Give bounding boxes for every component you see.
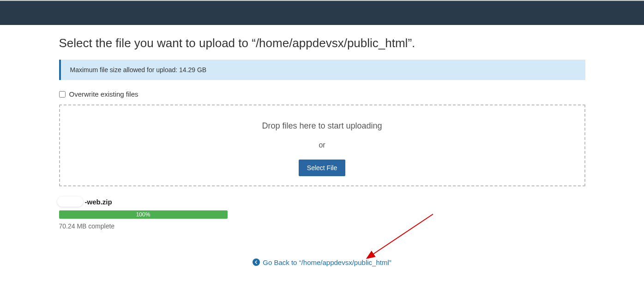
header-bar — [0, 1, 644, 25]
upload-path: “/home/appdevsx/public_html” — [252, 36, 412, 50]
overwrite-checkbox[interactable] — [59, 91, 66, 98]
or-text: or — [69, 141, 575, 149]
filename-row: -web.zip — [59, 197, 585, 207]
info-box: Maximum file size allowed for upload: 14… — [59, 60, 585, 80]
back-arrow-icon — [253, 258, 260, 266]
title-suffix: . — [412, 36, 415, 50]
title-prefix: Select the file you want to upload to — [59, 36, 252, 50]
drop-text: Drop files here to start uploading — [69, 121, 575, 131]
info-message: Maximum file size allowed for upload: 14… — [70, 66, 207, 74]
progress-bar: 100% — [59, 210, 228, 219]
go-back-row: Go Back to “/home/appdevsx/public_html” — [59, 258, 585, 266]
main-container: Select the file you want to upload to “/… — [59, 25, 585, 277]
upload-filename: -web.zip — [85, 198, 112, 206]
drop-zone[interactable]: Drop files here to start uploading or Se… — [59, 105, 585, 186]
overwrite-row: Overwrite existing files — [59, 90, 585, 98]
go-back-text: Go Back to “/home/appdevsx/public_html” — [263, 258, 391, 266]
overwrite-label[interactable]: Overwrite existing files — [69, 90, 138, 98]
go-back-link[interactable]: Go Back to “/home/appdevsx/public_html” — [253, 258, 391, 266]
filename-redaction — [57, 197, 83, 207]
upload-status: 70.24 MB complete — [59, 222, 585, 230]
upload-item: -web.zip 100% 70.24 MB complete — [59, 197, 585, 230]
select-file-button[interactable]: Select File — [299, 160, 345, 176]
page-title: Select the file you want to upload to “/… — [59, 36, 585, 50]
